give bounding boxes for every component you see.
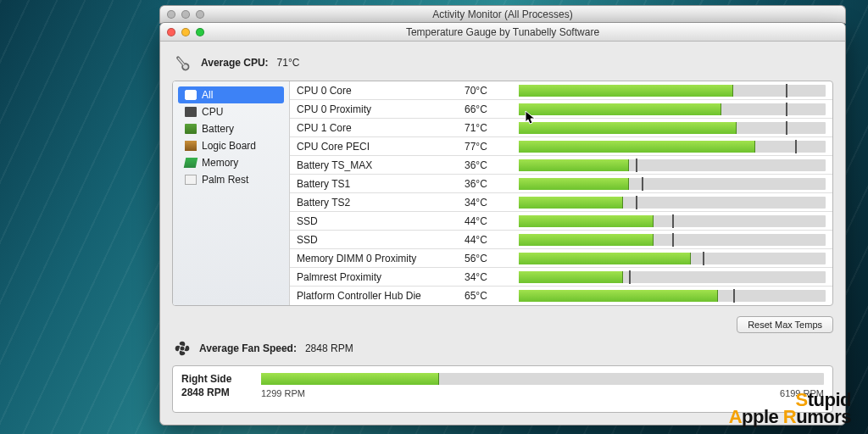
- sensor-bar: [519, 178, 826, 190]
- sensor-row[interactable]: CPU 1 Core71°C: [290, 119, 832, 137]
- sensor-name: SSD: [297, 234, 458, 246]
- cpu-summary: Average CPU: 71°C: [174, 53, 832, 72]
- sidebar-item-label: Memory: [202, 157, 238, 169]
- main-window: Temperature Gauge by Tunabelly Software …: [159, 22, 846, 426]
- back-traffic-lights: [167, 6, 204, 23]
- sensor-row[interactable]: Battery TS136°C: [290, 175, 832, 193]
- sensor-row[interactable]: SSD44°C: [290, 212, 832, 231]
- sensor-name: Memory DIMM 0 Proximity: [297, 253, 458, 264]
- sensor-row[interactable]: CPU Core PECI77°C: [290, 137, 832, 156]
- sidebar-item-logic-board[interactable]: Logic Board: [178, 137, 284, 154]
- thermometer-icon: [170, 50, 197, 76]
- sidebar-item-label: Palm Rest: [202, 174, 248, 186]
- sensor-bar: [519, 85, 826, 97]
- sidebar-item-label: Battery: [202, 123, 234, 135]
- sensor-row[interactable]: Palmrest Proximity34°C: [290, 268, 832, 287]
- fan-icon: [174, 340, 191, 357]
- sensor-bar: [519, 234, 826, 246]
- sensor-row[interactable]: CPU 0 Core70°C: [290, 81, 832, 100]
- sensor-bar: [519, 122, 826, 134]
- sensor-bar: [519, 141, 826, 153]
- sensor-temp: 66°C: [465, 103, 512, 115]
- watermark: Stupid Apple Rumors: [729, 392, 851, 426]
- sensor-temp: 44°C: [465, 215, 512, 227]
- sensor-bar: [519, 197, 826, 209]
- back-window-titlebar: Activity Monitor (All Processes): [159, 5, 846, 24]
- avg-fan-label: Average Fan Speed:: [199, 342, 297, 354]
- sensor-temp: 56°C: [465, 253, 512, 264]
- sensor-name: Platform Controller Hub Die: [297, 290, 458, 302]
- sidebar-item-cpu[interactable]: CPU: [178, 103, 284, 120]
- reset-max-temps-button[interactable]: Reset Max Temps: [737, 316, 833, 333]
- sensor-temp: 71°C: [465, 122, 512, 134]
- battery-icon: [185, 124, 197, 134]
- titlebar[interactable]: Temperature Gauge by Tunabelly Software: [160, 23, 845, 42]
- sensor-name: CPU 0 Core: [297, 85, 458, 97]
- sensor-bar: [519, 290, 826, 302]
- fan-min-rpm: 1299 RPM: [261, 388, 305, 398]
- sidebar-item-all[interactable]: All: [178, 86, 284, 103]
- sensor-bar: [519, 271, 826, 283]
- category-sidebar: AllCPUBatteryLogic BoardMemoryPalm Rest: [173, 81, 290, 305]
- svg-rect-2: [177, 58, 184, 66]
- sensor-row[interactable]: SSD44°C: [290, 231, 832, 249]
- sensor-name: Battery TS_MAX: [297, 159, 458, 171]
- avg-fan-value: 2848 RPM: [305, 342, 353, 354]
- minimize-button[interactable]: [181, 28, 190, 36]
- fan-current-rpm: 2848 RPM: [181, 387, 249, 398]
- close-button[interactable]: [167, 28, 175, 36]
- back-window-title: Activity Monitor (All Processes): [432, 8, 572, 20]
- sensor-row[interactable]: Memory DIMM 0 Proximity56°C: [290, 249, 832, 268]
- sensor-name: SSD: [297, 215, 458, 227]
- sidebar-item-battery[interactable]: Battery: [178, 120, 284, 137]
- sensor-name: CPU 1 Core: [297, 122, 458, 134]
- sidebar-item-label: CPU: [202, 106, 223, 118]
- sensor-name: Battery TS1: [297, 178, 458, 190]
- sensor-temp: 34°C: [465, 197, 512, 209]
- sensor-temp: 77°C: [465, 141, 512, 153]
- avg-cpu-label: Average CPU:: [201, 57, 269, 69]
- fan-speed-bar: [261, 373, 824, 385]
- sensor-temp: 36°C: [465, 159, 512, 171]
- sensor-row[interactable]: Battery TS234°C: [290, 193, 832, 212]
- sensor-table: CPU 0 Core70°CCPU 0 Proximity66°CCPU 1 C…: [290, 81, 832, 305]
- memory-icon: [184, 158, 198, 168]
- fan-name: Right Side: [181, 373, 249, 385]
- sensor-temp: 44°C: [465, 234, 512, 246]
- back-minimize-button[interactable]: [181, 10, 190, 19]
- back-close-button[interactable]: [167, 10, 175, 19]
- svg-point-4: [181, 347, 185, 351]
- sidebar-item-palm-rest[interactable]: Palm Rest: [178, 171, 284, 188]
- sidebar-item-label: All: [202, 89, 213, 101]
- sensor-bar: [519, 159, 826, 171]
- sensor-temp: 70°C: [465, 85, 512, 97]
- sensor-name: CPU 0 Proximity: [297, 103, 458, 115]
- zoom-button[interactable]: [196, 28, 204, 36]
- fan-summary: Average Fan Speed: 2848 RPM: [174, 340, 832, 357]
- sensor-temp: 65°C: [465, 290, 512, 302]
- window-title: Temperature Gauge by Tunabelly Software: [406, 26, 599, 38]
- sensor-row[interactable]: Battery TS_MAX36°C: [290, 156, 832, 175]
- sensor-bar: [519, 253, 826, 264]
- logic-board-icon: [185, 141, 197, 151]
- palmrest-icon: [185, 175, 197, 185]
- sensor-row[interactable]: Platform Controller Hub Die65°C: [290, 287, 832, 305]
- sensor-name: Palmrest Proximity: [297, 271, 458, 283]
- sidebar-item-label: Logic Board: [202, 140, 256, 152]
- sensor-bar: [519, 103, 826, 115]
- sensor-name: CPU Core PECI: [297, 141, 458, 153]
- sidebar-item-memory[interactable]: Memory: [178, 154, 284, 171]
- avg-cpu-value: 71°C: [277, 57, 300, 69]
- sensor-temp: 36°C: [465, 178, 512, 190]
- back-zoom-button[interactable]: [196, 10, 204, 19]
- all-icon: [185, 90, 197, 100]
- sensor-bar: [519, 215, 826, 227]
- sensor-temp: 34°C: [465, 271, 512, 283]
- sensor-row[interactable]: CPU 0 Proximity66°C: [290, 100, 832, 119]
- sensor-name: Battery TS2: [297, 197, 458, 209]
- cpu-icon: [185, 107, 197, 117]
